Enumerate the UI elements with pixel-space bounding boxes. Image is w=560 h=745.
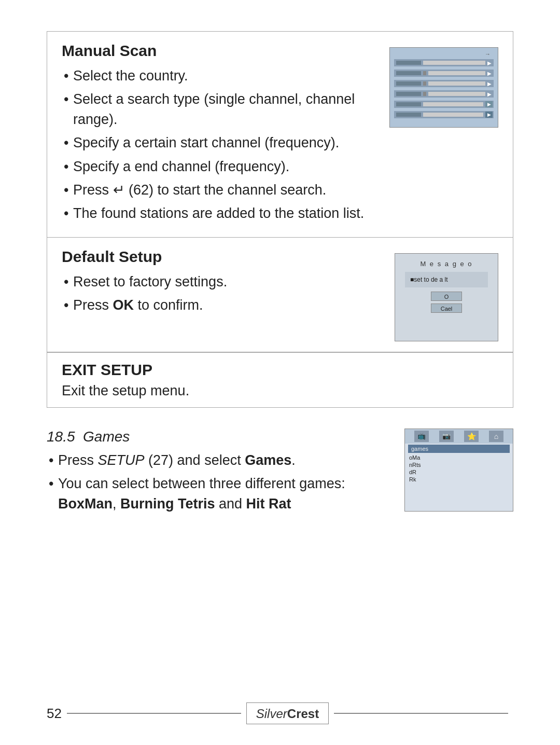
games-list: Press SETUP (27) and select Games. You c…	[47, 450, 394, 514]
manual-scan-title: Manual Scan	[62, 42, 379, 60]
exit-setup-description: Exit the setup menu.	[62, 383, 498, 399]
page-content: Manual Scan Select the country. Select a…	[47, 31, 513, 724]
screen-message-title: M e s a g e o	[420, 260, 472, 268]
screen-ok-btn: O	[431, 292, 462, 301]
list-item: Press SETUP (27) and select Games.	[47, 450, 394, 471]
games-screen: 📺 📷 ⭐ ⌂ games oMa nRts dR Rk	[404, 429, 513, 512]
list-item: You can select between three different g…	[47, 474, 394, 514]
screen-buttons: O Cael	[431, 292, 462, 313]
manual-scan-text: Manual Scan Select the country. Select a…	[62, 42, 379, 227]
logo-crest: Crest	[287, 707, 319, 721]
page-number: 52	[47, 706, 62, 722]
games-section-name: Games	[83, 429, 130, 445]
games-icon-3: ⭐	[464, 431, 479, 442]
screen-reset-text: ■set to de a lt	[405, 272, 488, 287]
manual-scan-screen: → ▶ ▶ ▶	[389, 47, 498, 128]
logo-text: SilverCrest	[256, 707, 319, 721]
footer-line-left	[67, 713, 241, 714]
exit-setup-title: EXIT SETUP	[62, 361, 498, 379]
list-item: Select the country.	[62, 66, 379, 86]
default-setup-screen: M e s a g e o ■set to de a lt O Cael	[395, 253, 498, 341]
games-section: 18.5 Games Press SETUP (27) and select G…	[47, 429, 513, 517]
games-list-item: Rk	[405, 476, 513, 483]
default-setup-text: Default Setup Reset to factory settings.…	[62, 248, 384, 319]
manual-scan-section: Manual Scan Select the country. Select a…	[47, 31, 513, 238]
list-item: Press OK to confirm.	[62, 295, 384, 315]
list-item: Press ↵ (62) to start the channel search…	[62, 180, 379, 200]
footer-line-right	[334, 713, 508, 714]
games-text: 18.5 Games Press SETUP (27) and select G…	[47, 429, 394, 517]
default-setup-section: Default Setup Reset to factory settings.…	[47, 238, 513, 352]
manual-scan-list: Select the country. Select a search type…	[62, 66, 379, 224]
games-list-item: nRts	[405, 461, 513, 468]
default-setup-title: Default Setup	[62, 248, 384, 266]
list-item: Select a search type (single channel, ch…	[62, 89, 379, 130]
games-icon-2: 📷	[439, 431, 454, 442]
page-footer: 52 SilverCrest	[47, 687, 513, 724]
list-item: Specify a certain start channel (frequen…	[62, 133, 379, 153]
games-tab-label: games	[408, 445, 510, 453]
footer-logo: SilverCrest	[246, 702, 329, 724]
screen-cancel-btn: Cael	[431, 303, 462, 313]
games-list-item: oMa	[405, 454, 513, 461]
games-subtitle: 18.5 Games	[47, 429, 394, 445]
games-top-bar: 📺 📷 ⭐ ⌂	[405, 429, 513, 444]
list-item: The found stations are added to the stat…	[62, 203, 379, 224]
logo-silver: Silver	[256, 707, 287, 721]
games-icon-1: 📺	[414, 431, 429, 442]
games-section-number: 18.5	[47, 429, 75, 445]
exit-setup-section: EXIT SETUP Exit the setup menu.	[47, 352, 513, 408]
list-item: Reset to factory settings.	[62, 272, 384, 292]
list-item: Specify a end channel (frequency).	[62, 157, 379, 177]
games-list-item: dR	[405, 468, 513, 476]
default-setup-list: Reset to factory settings. Press OK to c…	[62, 272, 384, 315]
games-icon-4: ⌂	[489, 431, 503, 442]
